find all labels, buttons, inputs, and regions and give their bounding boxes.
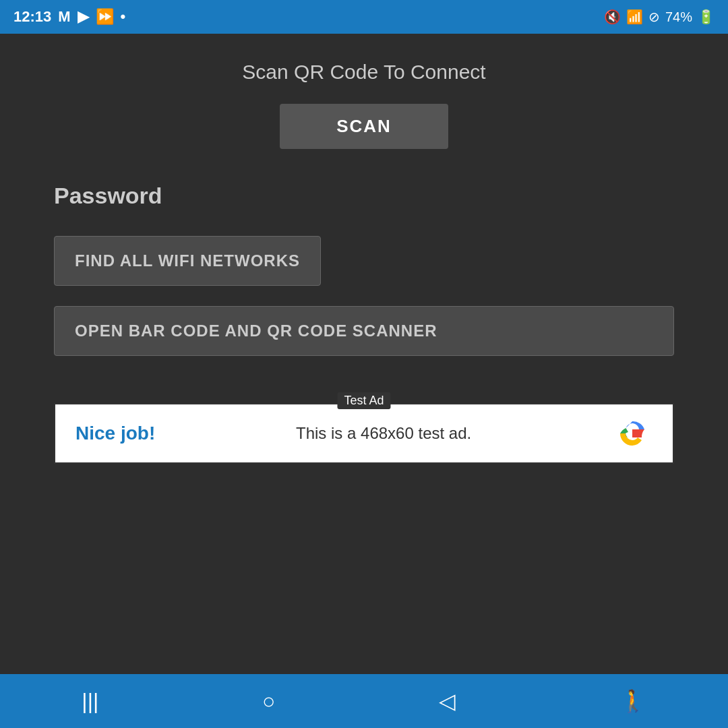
password-label: Password — [54, 183, 162, 209]
cast-icon: ⏩ — [96, 8, 114, 26]
battery-icon: 🔋 — [698, 9, 715, 25]
dnd-icon: ⊘ — [648, 9, 660, 25]
recent-apps-icon[interactable]: ||| — [82, 689, 98, 714]
accessibility-icon[interactable]: 🚶 — [619, 688, 646, 714]
back-icon[interactable]: ◁ — [439, 688, 456, 714]
ad-banner[interactable]: Nice job! This is a 468x60 test ad. — [54, 403, 674, 464]
battery-display: 74% — [665, 9, 692, 25]
scan-button[interactable]: SCAN — [280, 104, 448, 149]
ad-nice-job: Nice job! — [75, 423, 155, 444]
wifi-icon: 📶 — [626, 9, 643, 25]
scan-button-container: SCAN — [54, 104, 674, 149]
open-scanner-button[interactable]: OPEN BAR CODE AND QR CODE SCANNER — [54, 306, 674, 356]
time-display: 12:13 — [13, 8, 51, 26]
navigation-bar: ||| ○ ◁ 🚶 — [0, 674, 728, 728]
status-bar: 12:13 M ▶ ⏩ • 🔇 📶 ⊘ 74% 🔋 — [0, 0, 728, 34]
mute-icon: 🔇 — [604, 9, 621, 25]
find-wifi-button[interactable]: FIND ALL WIFI NETWORKS — [54, 236, 321, 286]
dot-icon: • — [121, 8, 126, 26]
google-logo-icon — [612, 413, 653, 454]
youtube-icon: ▶ — [78, 8, 89, 26]
scan-qr-title: Scan QR Code To Connect — [54, 61, 674, 84]
home-icon[interactable]: ○ — [262, 689, 275, 714]
ad-description: This is a 468x60 test ad. — [296, 424, 471, 443]
mail-icon: M — [58, 8, 70, 26]
status-bar-left: 12:13 M ▶ ⏩ • — [13, 8, 125, 26]
ad-label: Test Ad — [337, 392, 390, 409]
status-bar-right: 🔇 📶 ⊘ 74% 🔋 — [604, 9, 715, 25]
main-content: Scan QR Code To Connect SCAN Password FI… — [0, 34, 728, 491]
ad-container: Test Ad Nice job! This is a 468x60 test … — [54, 403, 674, 464]
